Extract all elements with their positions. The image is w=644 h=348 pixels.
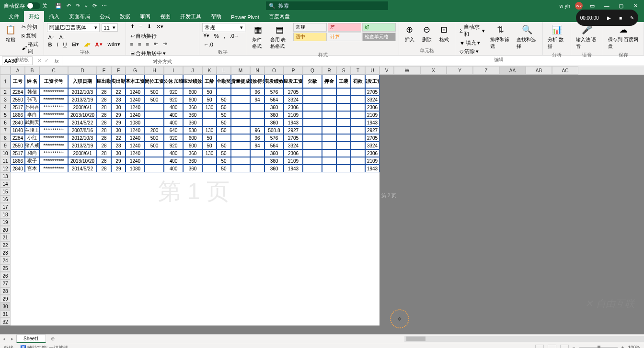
cell[interactable] <box>264 180 284 188</box>
cell[interactable] <box>499 149 526 157</box>
find-select-button[interactable]: 🔍查找和选择 <box>515 23 540 56</box>
cell[interactable]: 28 <box>97 96 111 103</box>
cell[interactable]: 360 <box>264 157 284 165</box>
cell[interactable] <box>284 295 303 303</box>
cell[interactable] <box>303 195 322 203</box>
cell[interactable] <box>202 195 217 203</box>
cell[interactable] <box>164 287 183 295</box>
cell[interactable] <box>303 142 322 149</box>
cell[interactable] <box>303 241 322 249</box>
cell[interactable]: 2109 <box>284 157 303 165</box>
minimize-button[interactable]: — <box>602 3 611 9</box>
cell[interactable] <box>473 226 499 234</box>
cell[interactable] <box>420 96 447 103</box>
cell[interactable] <box>284 211 303 218</box>
cell[interactable] <box>447 149 473 157</box>
column-header[interactable]: N <box>250 66 264 75</box>
cell[interactable] <box>126 249 145 257</box>
row-header[interactable]: 15 <box>0 188 11 195</box>
row-header[interactable]: 9 <box>0 142 11 149</box>
cell[interactable] <box>231 287 250 295</box>
bold-button[interactable]: B <box>47 41 54 48</box>
cell[interactable] <box>473 203 499 211</box>
cell[interactable]: 28 <box>97 126 111 134</box>
cell[interactable] <box>447 180 473 188</box>
cell[interactable] <box>322 203 336 211</box>
cell[interactable] <box>351 142 365 149</box>
cell[interactable] <box>380 75 394 88</box>
cell[interactable] <box>303 119 322 126</box>
cell[interactable] <box>303 287 322 295</box>
cell[interactable] <box>126 226 145 234</box>
cell[interactable] <box>394 165 420 172</box>
cell[interactable] <box>217 241 231 249</box>
cell[interactable] <box>284 249 303 257</box>
cell[interactable] <box>11 226 25 234</box>
cell[interactable]: 30 <box>111 149 126 157</box>
row-header[interactable]: 5 <box>0 111 11 119</box>
column-header[interactable]: G <box>126 66 145 75</box>
cell[interactable] <box>447 295 473 303</box>
cell[interactable] <box>250 287 264 295</box>
cell[interactable] <box>473 88 499 96</box>
cell[interactable] <box>351 134 365 142</box>
cell[interactable]: 武则天 <box>25 119 39 126</box>
cell[interactable] <box>164 241 183 249</box>
cell[interactable] <box>68 195 97 203</box>
cell[interactable] <box>351 264 365 272</box>
cell[interactable] <box>217 180 231 188</box>
autosum-button[interactable]: Σ自动求和▾ <box>458 23 486 38</box>
cell[interactable]: 360 <box>183 103 202 111</box>
cell[interactable] <box>351 165 365 172</box>
cell[interactable] <box>164 272 183 280</box>
cell[interactable] <box>303 172 322 180</box>
cell[interactable] <box>111 310 126 318</box>
cell[interactable] <box>420 203 447 211</box>
cell[interactable]: 360 <box>183 149 202 157</box>
cell[interactable] <box>526 218 552 226</box>
cell[interactable] <box>365 211 380 218</box>
cell[interactable]: 2008/6/1 <box>68 103 97 111</box>
cell[interactable] <box>97 226 111 234</box>
cell[interactable]: 920 <box>164 142 183 149</box>
cell[interactable] <box>111 172 126 180</box>
cell[interactable] <box>420 211 447 218</box>
cell[interactable] <box>250 280 264 287</box>
cell[interactable] <box>11 280 25 287</box>
clear-button[interactable]: ◇清除▾ <box>458 47 486 56</box>
column-header[interactable]: F <box>111 66 126 75</box>
cell[interactable] <box>420 157 447 165</box>
table-header-cell[interactable]: 实发工资 <box>365 75 380 88</box>
cell[interactable] <box>126 287 145 295</box>
font-name-dropdown[interactable]: 阿里巴巴普惠体▾ <box>47 23 100 32</box>
table-header-cell[interactable]: 实出勤 <box>111 75 126 88</box>
cell[interactable] <box>322 142 336 149</box>
cell[interactable]: 29 <box>111 111 126 119</box>
cell[interactable] <box>351 88 365 96</box>
cell[interactable] <box>365 234 380 241</box>
cell[interactable] <box>380 157 394 165</box>
cell[interactable] <box>202 257 217 264</box>
cell[interactable] <box>351 211 365 218</box>
row-header[interactable]: 18 <box>0 211 11 218</box>
cell[interactable] <box>499 88 526 96</box>
cell[interactable] <box>164 310 183 318</box>
cell[interactable] <box>111 318 126 326</box>
cell[interactable] <box>420 126 447 134</box>
cell[interactable]: *********** <box>39 103 68 111</box>
cell[interactable] <box>145 165 164 172</box>
cell[interactable] <box>380 257 394 264</box>
cell[interactable] <box>365 180 380 188</box>
cell[interactable] <box>284 203 303 211</box>
cell[interactable] <box>499 188 526 195</box>
cell[interactable] <box>183 241 202 249</box>
cell[interactable] <box>111 188 126 195</box>
cell[interactable]: 50 <box>217 96 231 103</box>
cell[interactable] <box>447 142 473 149</box>
cell[interactable] <box>394 287 420 295</box>
cell[interactable] <box>303 211 322 218</box>
cell[interactable] <box>322 195 336 203</box>
cell[interactable]: 1080 <box>126 165 145 172</box>
cell[interactable] <box>202 280 217 287</box>
cell[interactable] <box>126 195 145 203</box>
